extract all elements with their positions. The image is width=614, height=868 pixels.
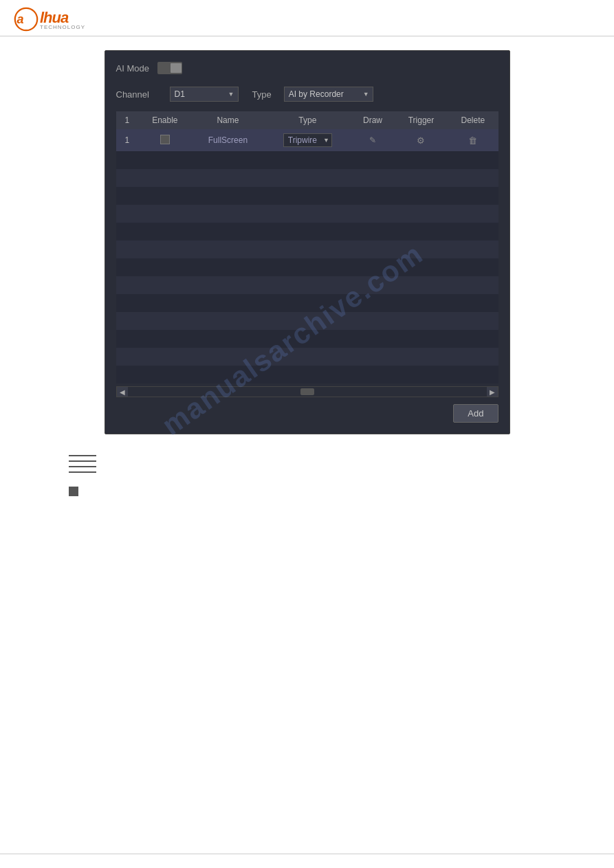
col-trigger: Trigger xyxy=(395,111,448,129)
col-enable: Enable xyxy=(138,111,191,129)
table-row xyxy=(116,348,498,366)
ai-settings-panel: AI Mode Channel D1 ▼ Type AI by Recorder… xyxy=(105,50,510,434)
svg-text:a: a xyxy=(17,12,24,26)
below-panel-content xyxy=(34,455,580,498)
logo-text: lhua xyxy=(40,9,68,26)
channel-select-wrapper: D1 ▼ xyxy=(170,87,239,102)
col-index: 1 xyxy=(116,111,139,129)
type-dropdown[interactable]: Tripwire xyxy=(283,133,332,147)
delete-trash-icon[interactable]: 🗑 xyxy=(468,135,477,146)
col-draw: Draw xyxy=(351,111,395,129)
table-row xyxy=(116,258,498,276)
table-row xyxy=(116,312,498,330)
table-row xyxy=(116,294,498,312)
table-row xyxy=(116,169,498,187)
scroll-thumb[interactable] xyxy=(300,388,314,395)
scroll-left-button[interactable]: ◀ xyxy=(117,387,128,397)
channel-label: Channel xyxy=(116,89,157,100)
main-content: AI Mode Channel D1 ▼ Type AI by Recorder… xyxy=(0,36,614,512)
row-draw[interactable]: ✎ xyxy=(351,129,395,151)
pencil-icon-small xyxy=(69,487,78,496)
dash-line-1 xyxy=(69,455,96,456)
dahua-logo-icon: a xyxy=(14,7,39,32)
row-delete[interactable]: 🗑 xyxy=(448,129,498,151)
enable-checkbox[interactable] xyxy=(160,135,170,144)
table-row xyxy=(116,151,498,169)
trigger-gear-icon[interactable]: ⚙ xyxy=(417,135,425,146)
dash-line-4 xyxy=(69,471,96,473)
table-row xyxy=(116,223,498,241)
table-header-row: 1 Enable Name Type Draw Trigger Delete xyxy=(116,111,498,129)
bottom-divider xyxy=(0,854,614,854)
type-label: Type xyxy=(252,89,272,100)
channel-select[interactable]: D1 xyxy=(170,87,239,102)
type-dropdown-wrapper: Tripwire ▼ xyxy=(283,133,332,147)
col-type: Type xyxy=(264,111,351,129)
logo: a lhua TECHNOLOGY xyxy=(14,7,85,32)
table-row xyxy=(116,241,498,258)
col-name: Name xyxy=(191,111,264,129)
logo-subtitle: TECHNOLOGY xyxy=(40,24,85,30)
add-button[interactable]: Add xyxy=(453,404,498,423)
table-row xyxy=(116,276,498,294)
channel-row: Channel D1 ▼ Type AI by Recorder ▼ xyxy=(116,87,498,102)
dash-line-2 xyxy=(69,460,96,462)
row-index: 1 xyxy=(116,129,139,151)
scroll-right-button[interactable]: ▶ xyxy=(487,387,498,397)
row-type: Tripwire ▼ xyxy=(264,129,351,151)
row-enable[interactable] xyxy=(138,129,191,151)
row-trigger[interactable]: ⚙ xyxy=(395,129,448,151)
type-select-wrapper: AI by Recorder ▼ xyxy=(284,87,373,102)
table-row xyxy=(116,366,498,383)
dash-line-3 xyxy=(69,466,96,467)
page-header: a lhua TECHNOLOGY xyxy=(0,0,614,36)
table-row: 1 FullScreen Tripwire ▼ xyxy=(116,129,498,151)
rules-table: 1 Enable Name Type Draw Trigger Delete 1… xyxy=(116,111,498,383)
type-select[interactable]: AI by Recorder xyxy=(284,87,373,102)
ai-mode-label: AI Mode xyxy=(116,63,149,74)
scroll-track[interactable] xyxy=(128,387,487,397)
col-delete: Delete xyxy=(448,111,498,129)
ai-mode-toggle[interactable] xyxy=(157,62,182,74)
ai-mode-row: AI Mode xyxy=(116,62,498,74)
add-button-row: Add xyxy=(116,404,498,423)
row-name: FullScreen xyxy=(191,129,264,151)
horizontal-scrollbar[interactable]: ◀ ▶ xyxy=(116,386,498,397)
toggle-thumb xyxy=(171,63,182,73)
table-row xyxy=(116,330,498,348)
draw-edit-icon[interactable]: ✎ xyxy=(369,135,376,145)
table-row xyxy=(116,205,498,223)
table-row xyxy=(116,187,498,205)
